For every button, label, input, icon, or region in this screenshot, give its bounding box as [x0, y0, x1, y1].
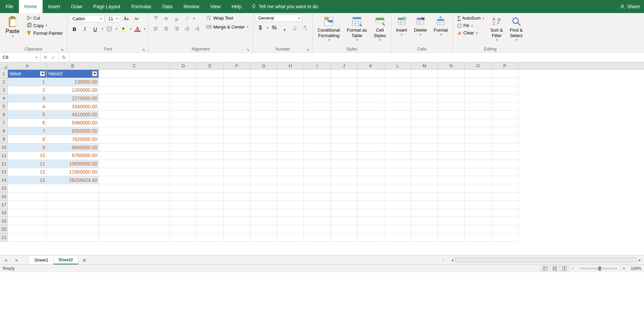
zoom-out-button[interactable]: − — [569, 266, 576, 271]
cell-H19[interactable] — [277, 217, 304, 225]
cell-O3[interactable] — [465, 86, 492, 95]
cell-I20[interactable] — [304, 225, 331, 233]
row-header-15[interactable]: 15 — [0, 184, 8, 193]
cell-B1[interactable]: Value2 — [47, 70, 99, 78]
cell-D15[interactable] — [170, 184, 197, 193]
cell-D11[interactable] — [170, 152, 197, 160]
chevron-down-icon[interactable]: ▾ — [116, 27, 117, 31]
cell-N7[interactable] — [438, 119, 465, 127]
cell-A4[interactable]: 3 — [8, 94, 47, 102]
cell-P6[interactable] — [492, 111, 518, 119]
cell-D7[interactable] — [170, 119, 197, 127]
cell-N15[interactable] — [438, 184, 465, 193]
cell-C5[interactable] — [99, 102, 170, 111]
cell-A11[interactable]: 10 — [8, 152, 47, 160]
cell-C7[interactable] — [99, 119, 170, 127]
col-header-M[interactable]: M — [411, 62, 438, 69]
tab-home[interactable]: Home — [19, 0, 43, 13]
cell-M14[interactable] — [411, 176, 438, 184]
copy-button[interactable]: Copy ▾ — [25, 22, 64, 29]
cell-O10[interactable] — [465, 143, 492, 152]
underline-button[interactable]: U — [91, 25, 100, 33]
cell-H11[interactable] — [277, 152, 304, 160]
cell-G20[interactable] — [250, 225, 277, 233]
col-header-H[interactable]: H — [277, 62, 304, 69]
cell-B12[interactable]: 10830000.00 — [47, 160, 99, 168]
cell-E16[interactable] — [197, 193, 224, 201]
cell-L15[interactable] — [384, 184, 411, 193]
col-header-D[interactable]: D — [170, 62, 197, 69]
cell-I17[interactable] — [304, 201, 331, 209]
cell-F21[interactable] — [224, 233, 250, 242]
cell-M6[interactable] — [411, 111, 438, 119]
cell-B13[interactable]: 11900000.00 — [47, 168, 99, 176]
cell-C3[interactable] — [99, 86, 170, 95]
cell-F9[interactable] — [224, 135, 250, 143]
cell-A13[interactable]: 12 — [8, 168, 47, 176]
row-header-7[interactable]: 7 — [0, 119, 8, 127]
cell-H5[interactable] — [277, 102, 304, 111]
cell-L8[interactable] — [384, 127, 411, 135]
cell-G19[interactable] — [250, 217, 277, 225]
sheet-tab-sheet1[interactable]: Sheet1 — [30, 256, 54, 264]
cell-N20[interactable] — [438, 225, 465, 233]
tab-insert[interactable]: Insert — [43, 0, 66, 13]
wrap-text-button[interactable]: Wrap Text — [204, 14, 250, 21]
cell-C1[interactable] — [99, 70, 170, 78]
border-button[interactable] — [105, 25, 114, 33]
cell-C21[interactable] — [99, 233, 170, 242]
cell-C12[interactable] — [99, 160, 170, 168]
cell-N3[interactable] — [438, 86, 465, 95]
sheet-nav-prev[interactable]: ◄ — [0, 257, 11, 263]
tab-formulas[interactable]: Formulas — [126, 0, 157, 13]
zoom-slider[interactable] — [579, 268, 617, 269]
tab-file[interactable]: File — [0, 0, 19, 13]
font-color-button[interactable]: A — [133, 25, 142, 33]
cell-A14[interactable]: 13 — [8, 176, 47, 184]
cell-I19[interactable] — [304, 217, 331, 225]
formula-bar[interactable] — [69, 53, 644, 62]
tab-view[interactable]: View — [205, 0, 226, 13]
cell-O1[interactable] — [465, 70, 492, 78]
cell-A18[interactable] — [8, 209, 47, 217]
cell-N14[interactable] — [438, 176, 465, 184]
cell-K17[interactable] — [358, 201, 384, 209]
cell-J6[interactable] — [331, 111, 358, 119]
cell-J17[interactable] — [331, 201, 358, 209]
cell-G16[interactable] — [250, 193, 277, 201]
cell-J3[interactable] — [331, 86, 358, 95]
cell-B11[interactable]: 9760000.00 — [47, 152, 99, 160]
row-header-2[interactable]: 2 — [0, 78, 8, 86]
cell-H13[interactable] — [277, 168, 304, 176]
sheet-tab-sheet2[interactable]: Sheet2 — [54, 256, 78, 264]
cell-P17[interactable] — [492, 201, 518, 209]
tab-draw[interactable]: Draw — [66, 0, 88, 13]
zoom-in-button[interactable]: + — [621, 266, 627, 271]
cell-F18[interactable] — [224, 209, 250, 217]
row-header-13[interactable]: 13 — [0, 168, 8, 176]
cell-N10[interactable] — [438, 143, 465, 152]
cell-I9[interactable] — [304, 135, 331, 143]
cell-N1[interactable] — [438, 70, 465, 78]
cell-M2[interactable] — [411, 78, 438, 86]
cell-E4[interactable] — [197, 94, 224, 102]
row-header-12[interactable]: 12 — [0, 160, 8, 168]
cell-M17[interactable] — [411, 201, 438, 209]
cell-M11[interactable] — [411, 152, 438, 160]
row-header-5[interactable]: 5 — [0, 102, 8, 111]
col-header-B[interactable]: B — [47, 62, 99, 69]
find-select-button[interactable]: Find &Select▾ — [508, 14, 525, 43]
cell-D16[interactable] — [170, 193, 197, 201]
cell-G6[interactable] — [250, 111, 277, 119]
cell-B8[interactable]: 6550000.00 — [47, 127, 99, 135]
cell-C14[interactable] — [99, 176, 170, 184]
cell-G14[interactable] — [250, 176, 277, 184]
cell-G10[interactable] — [250, 143, 277, 152]
cell-B4[interactable]: 2270000.00 — [47, 94, 99, 102]
align-right-button[interactable] — [172, 25, 181, 33]
cell-E11[interactable] — [197, 152, 224, 160]
tab-page-layout[interactable]: Page Layout — [88, 0, 126, 13]
comma-button[interactable]: , — [280, 24, 289, 32]
format-painter-button[interactable]: Format Painter — [25, 30, 64, 36]
cell-C8[interactable] — [99, 127, 170, 135]
